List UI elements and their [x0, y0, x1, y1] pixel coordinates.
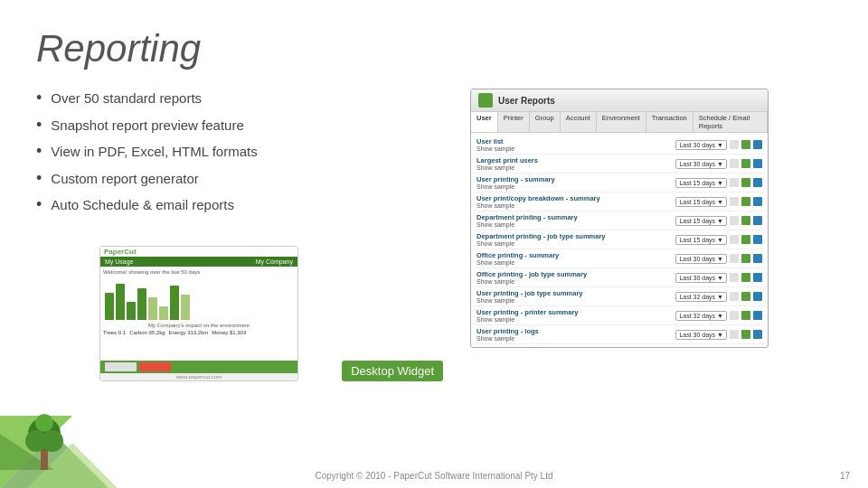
- period-dropdown[interactable]: Last 30 days ▼: [675, 254, 727, 264]
- reports-tabs: UserPrinterGroupAccountEnvironmentTransa…: [471, 112, 768, 133]
- action-icon-1[interactable]: [730, 159, 739, 168]
- action-icon-1[interactable]: [730, 178, 739, 187]
- report-row-sub[interactable]: Show sample: [476, 145, 675, 152]
- period-dropdown[interactable]: Last 32 days ▼: [675, 292, 727, 302]
- action-icon-2[interactable]: [741, 292, 750, 301]
- report-row-title[interactable]: User printing - job type summary: [476, 289, 675, 297]
- action-icon-2[interactable]: [741, 273, 750, 282]
- report-row-sub[interactable]: Show sample: [476, 240, 675, 247]
- action-icon-3[interactable]: [753, 140, 762, 149]
- action-icon-1[interactable]: [730, 311, 739, 320]
- action-icon-2[interactable]: [741, 311, 750, 320]
- reports-tab[interactable]: User: [471, 112, 498, 132]
- report-row-title[interactable]: User print/copy breakdown - summary: [476, 194, 675, 202]
- action-icon-2[interactable]: [741, 178, 750, 187]
- report-row-sub[interactable]: Show sample: [476, 183, 675, 190]
- report-row-title[interactable]: Department printing - job type summary: [476, 232, 675, 240]
- period-dropdown[interactable]: Last 30 days ▼: [675, 159, 727, 169]
- action-icon-3[interactable]: [753, 254, 762, 263]
- report-row-sub[interactable]: Show sample: [476, 297, 675, 304]
- period-dropdown[interactable]: Last 15 days ▼: [675, 235, 727, 245]
- action-icon-2[interactable]: [741, 235, 750, 244]
- report-row-sub[interactable]: Show sample: [476, 278, 675, 285]
- action-icon-1[interactable]: [730, 254, 739, 263]
- report-row: User list Show sample Last 30 days ▼: [474, 136, 765, 155]
- period-dropdown[interactable]: Last 30 days ▼: [675, 330, 727, 340]
- report-row: User printing - job type summary Show sa…: [474, 287, 765, 306]
- page-number: 17: [840, 471, 850, 481]
- action-icon-2[interactable]: [741, 197, 750, 206]
- report-row-sub[interactable]: Show sample: [476, 316, 675, 323]
- action-icon-1[interactable]: [730, 197, 739, 206]
- reports-tab[interactable]: Transaction: [646, 112, 693, 132]
- report-row-right: Last 15 days ▼: [675, 216, 762, 226]
- reports-tab[interactable]: Printer: [498, 112, 530, 132]
- action-icon-3[interactable]: [753, 292, 762, 301]
- reports-header: User Reports: [471, 89, 768, 112]
- action-icon-3[interactable]: [753, 216, 762, 225]
- action-icon-3[interactable]: [753, 197, 762, 206]
- action-icon-1[interactable]: [730, 292, 739, 301]
- report-row-sub[interactable]: Show sample: [476, 221, 675, 228]
- period-dropdown[interactable]: Last 15 days ▼: [675, 216, 727, 226]
- report-row-title[interactable]: Department printing - summary: [476, 213, 675, 221]
- action-icon-3[interactable]: [753, 273, 762, 282]
- report-row-title[interactable]: User printing - summary: [476, 175, 675, 183]
- period-dropdown[interactable]: Last 32 days ▼: [675, 311, 727, 321]
- period-dropdown[interactable]: Last 30 days ▼: [675, 140, 727, 150]
- report-row-left: Largest print users Show sample: [476, 156, 675, 171]
- svg-point-8: [35, 414, 53, 432]
- reports-tab[interactable]: Schedule / Email Reports: [693, 112, 768, 132]
- report-row-right: Last 32 days ▼: [675, 292, 762, 302]
- action-icon-3[interactable]: [753, 178, 762, 187]
- report-row-right: Last 15 days ▼: [675, 178, 762, 188]
- report-row-title[interactable]: User printing - printer summary: [476, 308, 675, 316]
- report-row-sub[interactable]: Show sample: [476, 164, 675, 171]
- report-row-title[interactable]: Office printing - job type summary: [476, 270, 675, 278]
- user-reports-window: User Reports UserPrinterGroupAccountEnvi…: [470, 89, 769, 348]
- report-row-left: Office printing - job type summary Show …: [476, 270, 675, 285]
- report-row-right: Last 15 days ▼: [675, 197, 762, 207]
- report-row: Office printing - summary Show sample La…: [474, 249, 765, 268]
- report-row: Department printing - summary Show sampl…: [474, 211, 765, 230]
- period-dropdown[interactable]: Last 30 days ▼: [675, 273, 727, 283]
- period-dropdown[interactable]: Last 15 days ▼: [675, 178, 727, 188]
- report-row-title[interactable]: User printing - logs: [476, 327, 675, 335]
- bullet-item: View in PDF, Excel, HTML formats: [36, 142, 452, 162]
- action-icon-2[interactable]: [741, 216, 750, 225]
- action-icon-1[interactable]: [730, 235, 739, 244]
- action-icon-3[interactable]: [753, 330, 762, 339]
- report-row-sub[interactable]: Show sample: [476, 335, 675, 342]
- report-row-left: User printing - printer summary Show sam…: [476, 308, 675, 323]
- report-row-sub[interactable]: Show sample: [476, 202, 675, 209]
- action-icon-1[interactable]: [730, 216, 739, 225]
- reports-tab[interactable]: Group: [530, 112, 561, 132]
- period-dropdown[interactable]: Last 15 days ▼: [675, 197, 727, 207]
- report-row-left: Office printing - summary Show sample: [476, 251, 675, 266]
- svg-point-7: [42, 430, 63, 452]
- footer-copyright: Copyright © 2010 - PaperCut Software Int…: [0, 471, 868, 481]
- report-row: Department printing - job type summary S…: [474, 230, 765, 249]
- bullet-item: Custom report generator: [36, 169, 452, 189]
- report-row-sub[interactable]: Show sample: [476, 259, 675, 266]
- action-icon-1[interactable]: [730, 273, 739, 282]
- page-title: Reporting: [36, 27, 832, 70]
- action-icon-2[interactable]: [741, 159, 750, 168]
- action-icon-3[interactable]: [753, 311, 762, 320]
- desktop-widget-area: PaperCut My Usage My Company Welcome! sh…: [36, 246, 452, 381]
- action-icon-1[interactable]: [730, 140, 739, 149]
- report-row-title[interactable]: User list: [476, 137, 675, 145]
- report-row-title[interactable]: Largest print users: [476, 156, 675, 164]
- report-row-title[interactable]: Office printing - summary: [476, 251, 675, 259]
- report-row-left: User printing - logs Show sample: [476, 327, 675, 342]
- action-icon-2[interactable]: [741, 254, 750, 263]
- action-icon-3[interactable]: [753, 159, 762, 168]
- action-icon-2[interactable]: [741, 140, 750, 149]
- action-icon-3[interactable]: [753, 235, 762, 244]
- reports-tab[interactable]: Account: [561, 112, 597, 132]
- reports-tab[interactable]: Environment: [597, 112, 646, 132]
- action-icon-2[interactable]: [741, 330, 750, 339]
- action-icon-1[interactable]: [730, 330, 739, 339]
- report-row-right: Last 32 days ▼: [675, 311, 762, 321]
- bullet-item: Auto Schedule & email reports: [36, 195, 452, 215]
